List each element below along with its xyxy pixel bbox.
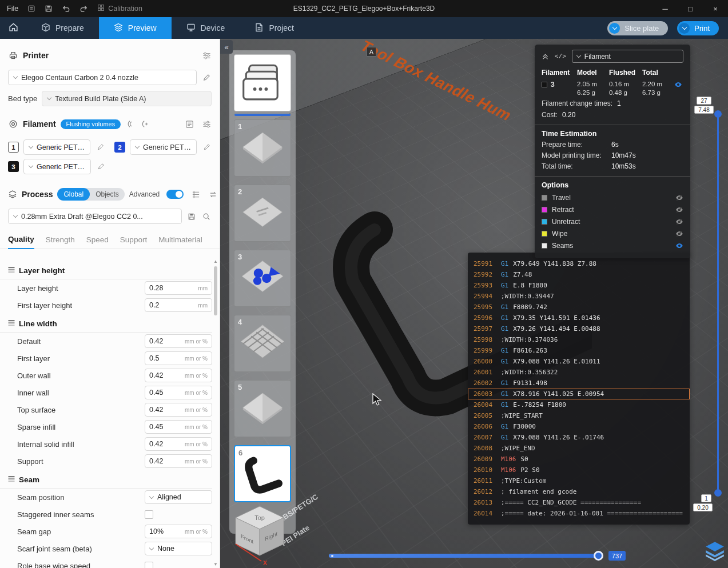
- eye-off-icon[interactable]: [675, 230, 683, 238]
- plate-thumbnail[interactable]: 1: [234, 119, 291, 177]
- move-slider-track[interactable]: [329, 554, 602, 558]
- collapse-panel-icon[interactable]: [542, 53, 549, 60]
- gcode-line[interactable]: 25992G1Z7.48: [468, 269, 690, 280]
- param-input[interactable]: 0.42mm or %: [145, 369, 212, 382]
- gcode-line[interactable]: 25991G1X79.649 Y141.838 Z7.88: [468, 258, 690, 269]
- scrollbar-thumb[interactable]: [214, 266, 217, 315]
- gcode-line[interactable]: 25999G1F8616.263: [468, 345, 690, 356]
- filament-1-badge[interactable]: 1: [8, 142, 19, 153]
- gcode-line[interactable]: 26011;TYPE:Custom: [468, 475, 690, 486]
- tab-quality[interactable]: Quality: [8, 235, 34, 249]
- gcode-line[interactable]: 25993G1E.8 F1800: [468, 280, 690, 291]
- save-button[interactable]: [45, 5, 53, 13]
- redo-button[interactable]: [79, 5, 88, 13]
- param-input[interactable]: 10%mm or %: [145, 525, 212, 538]
- edit-printer-icon[interactable]: [201, 73, 212, 83]
- param-input[interactable]: 0.5mm or %: [145, 351, 212, 365]
- flow-calibration-plus-icon[interactable]: [140, 119, 150, 129]
- close-button[interactable]: ×: [703, 0, 728, 17]
- plate-thumbnail[interactable]: 5: [234, 380, 291, 437]
- filament-1-select[interactable]: Generic PETG ...: [23, 139, 90, 155]
- viewport-3d[interactable]: Tool Box Handle Hum A « 123456 Top Front…: [220, 39, 728, 568]
- process-scope-objects[interactable]: Objects: [90, 190, 125, 198]
- scroll-down-icon[interactable]: ▼: [213, 562, 218, 567]
- tab-device[interactable]: Device: [172, 17, 240, 39]
- eye-icon[interactable]: [675, 242, 683, 250]
- eye-icon[interactable]: [674, 81, 682, 89]
- bed-type-select[interactable]: Textured Build Plate (Side A): [42, 91, 212, 106]
- tab-project[interactable]: Project: [240, 17, 309, 39]
- gcode-line[interactable]: 25996G1X79.35 Y141.591 E.01436: [468, 313, 690, 323]
- gcode-line[interactable]: 26012; filament end gcode: [468, 486, 690, 497]
- gcode-line[interactable]: 26013;===== CC2_END_GCODE ==============…: [468, 497, 690, 508]
- calibration-menu[interactable]: Calibration: [97, 4, 142, 13]
- eye-off-icon[interactable]: [675, 206, 683, 214]
- eye-off-icon[interactable]: [675, 194, 683, 202]
- printer-preset-select[interactable]: Elegoo Centauri Carbon 2 0.4 nozzle: [8, 70, 197, 85]
- plate-thumbnail[interactable]: 6: [234, 445, 291, 502]
- param-input[interactable]: 0.28mm: [145, 281, 212, 295]
- slice-plate-button[interactable]: Slice plate: [607, 21, 668, 35]
- filament-3-badge[interactable]: 3: [8, 161, 19, 172]
- gcode-line[interactable]: 26004G1E-.78254 F1800: [468, 399, 690, 410]
- edit-filament-2-icon[interactable]: [201, 142, 212, 153]
- home-button[interactable]: [0, 17, 26, 39]
- tab-multimaterial[interactable]: Multimaterial: [158, 235, 202, 249]
- param-input[interactable]: 0.45mm or %: [145, 386, 212, 399]
- tab-support[interactable]: Support: [120, 235, 147, 249]
- menu-icon[interactable]: [27, 5, 35, 13]
- filament-settings-tune-icon[interactable]: [201, 119, 212, 129]
- param-input[interactable]: 0.42mm or %: [145, 454, 212, 468]
- param-input[interactable]: 0.45mm or %: [145, 420, 212, 434]
- process-preset-select[interactable]: 0.28mm Extra Draft @Elegoo CC2 0...: [8, 209, 182, 224]
- orientation-cube[interactable]: Top Front Right X: [229, 503, 293, 567]
- tab-strength[interactable]: Strength: [46, 235, 75, 249]
- param-input[interactable]: 0.42mm or %: [145, 437, 212, 451]
- layer-slider-top-handle[interactable]: [714, 110, 722, 118]
- gcode-line[interactable]: 25995G1F8089.742: [468, 302, 690, 313]
- plate-thumbnail[interactable]: 4: [234, 315, 291, 372]
- collapse-sidebar-icon[interactable]: «: [220, 40, 233, 54]
- maximize-button[interactable]: □: [678, 0, 703, 17]
- param-select[interactable]: Aligned: [145, 490, 212, 504]
- edit-filament-1-icon[interactable]: [95, 142, 105, 153]
- advanced-toggle[interactable]: [166, 190, 184, 199]
- filament-2-select[interactable]: Generic PETG @S...: [130, 139, 197, 155]
- param-checkbox[interactable]: [145, 510, 153, 519]
- printer-settings-tune-icon[interactable]: [201, 50, 212, 61]
- gcode-line[interactable]: 25997G1X79.26 Y141.494 E.00488: [468, 323, 690, 334]
- gcode-line[interactable]: 26007G1X79.088 Y141.26 E-.01746: [468, 432, 690, 443]
- file-menu[interactable]: File: [7, 5, 18, 13]
- view-mode-select[interactable]: Filament: [572, 50, 683, 63]
- param-input[interactable]: 0.2mm: [145, 298, 212, 312]
- sync-settings-icon[interactable]: [208, 189, 218, 199]
- gcode-line[interactable]: 26005;WIPE_START: [468, 410, 690, 421]
- gcode-line[interactable]: 26003G1X78.916 Y141.025 E.00954: [468, 389, 690, 399]
- gcode-line[interactable]: 26001;WIDTH:0.356322: [468, 367, 690, 378]
- slice-options-chevron-icon[interactable]: [609, 23, 620, 34]
- param-select[interactable]: None: [145, 542, 212, 555]
- cube-face-top[interactable]: Top: [254, 514, 265, 521]
- tab-speed[interactable]: Speed: [86, 235, 109, 249]
- param-checkbox[interactable]: [145, 562, 153, 568]
- gcode-line[interactable]: 26008;WIPE_END: [468, 443, 690, 454]
- tab-preview[interactable]: Preview: [99, 17, 172, 39]
- layer-slider-track[interactable]: [717, 117, 719, 493]
- scroll-up-icon[interactable]: ▲: [213, 259, 218, 264]
- layers-view-icon[interactable]: [704, 540, 726, 562]
- eye-off-icon[interactable]: [675, 218, 683, 226]
- plate-thumbnail[interactable]: 2: [234, 185, 291, 242]
- param-table-icon[interactable]: [190, 189, 201, 199]
- minimize-button[interactable]: ─: [653, 0, 678, 17]
- gcode-line[interactable]: 26014;===== date: 2026-01-16-001 =======…: [468, 508, 690, 519]
- gcode-line[interactable]: 26000G1X79.088 Y141.26 E.01011: [468, 356, 690, 367]
- plate-thumbnail[interactable]: 3: [234, 250, 291, 307]
- undo-button[interactable]: [62, 5, 70, 13]
- param-input[interactable]: 0.42mm or %: [145, 403, 212, 417]
- param-input[interactable]: 0.42mm or %: [145, 334, 212, 348]
- layer-slider-bottom-handle[interactable]: [714, 489, 722, 497]
- gcode-line[interactable]: 26010M106P2 S0: [468, 465, 690, 475]
- filament-list-icon[interactable]: [184, 119, 194, 129]
- edit-filament-3-icon[interactable]: [96, 162, 106, 172]
- print-options-chevron-icon[interactable]: [679, 23, 690, 34]
